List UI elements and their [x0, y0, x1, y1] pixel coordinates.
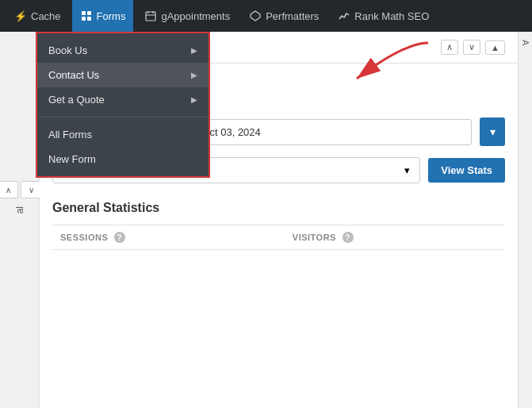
svg-rect-3: [87, 17, 91, 21]
dropdown-item-all-forms[interactable]: All Forms: [37, 122, 209, 147]
top-navigation: ⚡ Cache Forms gAppointments: [0, 0, 532, 32]
nav-item-cache[interactable]: ⚡ Cache: [6, 0, 69, 32]
cache-icon: ⚡: [14, 10, 27, 22]
col-sessions: SESSIONS ?: [52, 225, 285, 250]
sidebar-label: al: [14, 202, 25, 218]
header-up-btn[interactable]: ∧: [441, 40, 458, 55]
svg-rect-0: [82, 11, 86, 15]
rankmathseo-icon: [338, 10, 350, 22]
to-value: Oct 03, 2024: [201, 126, 260, 138]
header-expand-btn[interactable]: ▲: [485, 40, 505, 55]
date-dropdown-icon: ▾: [490, 125, 496, 138]
header-controls: ∧ ∨ ▲: [441, 40, 505, 55]
perfmatters-icon: [249, 10, 262, 22]
visitors-help-icon[interactable]: ?: [343, 232, 354, 243]
sidebar-up-btn[interactable]: ∧: [0, 181, 18, 198]
forms-dropdown-menu: Book Us ▶ Contact Us ▶ Get a Quote ▶ All…: [36, 32, 210, 178]
dropdown-item-new-form[interactable]: New Form: [37, 147, 209, 171]
submenu-chevron-book-us: ▶: [191, 46, 197, 55]
dropdown-item-contact-us[interactable]: Contact Us ▶: [37, 63, 209, 87]
dropdown-divider: [37, 117, 209, 117]
view-stats-btn[interactable]: View Stats: [428, 158, 505, 183]
submenu-chevron-get-a-quote: ▶: [191, 95, 197, 104]
general-stats-section: General Statistics SESSIONS ? VISITORS ?: [40, 191, 518, 250]
dropdown-item-get-a-quote[interactable]: Get a Quote ▶: [37, 87, 209, 112]
gappointments-icon: [144, 10, 157, 22]
stats-select-chevron: ▾: [404, 164, 410, 176]
nav-item-rankmathseo[interactable]: Rank Math SEO: [330, 0, 437, 32]
submenu-chevron-contact-us: ▶: [191, 71, 197, 79]
left-sidebar: ∧ ∨ al: [0, 32, 40, 408]
svg-rect-2: [82, 17, 86, 21]
date-dropdown-btn[interactable]: ▾: [480, 117, 505, 146]
right-panel: A: [518, 32, 532, 408]
header-down-btn[interactable]: ∨: [463, 40, 480, 55]
col-visitors: VISITORS ?: [285, 225, 505, 250]
forms-icon: [80, 10, 93, 22]
svg-rect-4: [146, 12, 155, 21]
nav-item-gappointments[interactable]: gAppointments: [136, 0, 238, 32]
section-title: General Statistics: [52, 201, 505, 215]
svg-rect-1: [87, 11, 91, 15]
nav-item-perfmatters[interactable]: Perfmatters: [241, 0, 327, 32]
nav-item-forms[interactable]: Forms: [72, 0, 134, 32]
right-panel-label: A: [521, 40, 530, 45]
sidebar-down-btn[interactable]: ∨: [21, 181, 41, 198]
stats-table: SESSIONS ? VISITORS ?: [52, 225, 505, 250]
dropdown-item-book-us[interactable]: Book Us ▶: [37, 38, 209, 63]
sessions-help-icon[interactable]: ?: [114, 232, 125, 243]
